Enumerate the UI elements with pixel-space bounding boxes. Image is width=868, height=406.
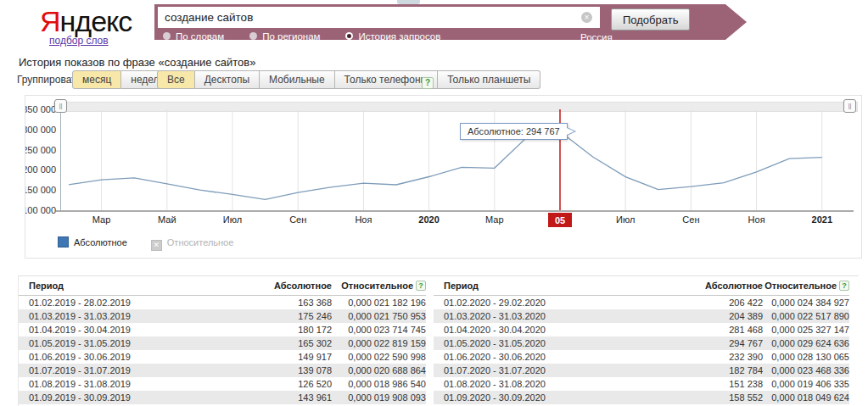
absolute-cell: 206 422 [654,296,763,310]
legend-label: Относительное [167,237,234,247]
relative-cell: 0,000 022 819 159 [332,336,426,350]
device-filter-button[interactable]: Все [157,70,195,89]
stats-table-2019: Период Абсолютное Относительное? 01.02.2… [19,276,426,404]
table-row: 01.05.2019 - 31.05.2019165 3020,000 022 … [19,336,426,350]
table-row: 01.09.2019 - 30.09.2019143 9610,000 019 … [19,391,426,404]
absolute-cell: 151 238 [654,377,763,391]
clear-icon[interactable]: × [581,12,592,23]
relative-cell: 0,000 024 384 927 [763,296,849,310]
relative-cell: 0,000 022 517 890 [763,309,849,323]
period-cell: 01.02.2019 - 28.02.2019 [19,296,226,310]
chart-legend: Абсолютное✕Относительное [58,236,257,249]
x-tick-label: Июл [223,214,242,225]
radio-icon[interactable] [163,32,171,40]
relative-cell: 0,000 023 714 745 [332,323,426,336]
group-by-button[interactable]: месяц [72,70,121,89]
search-submit-button[interactable]: Подобрать [611,8,690,31]
y-tick-label: 300 000 [25,125,56,135]
device-filter-button[interactable]: Десктопы [195,70,260,89]
table-row: 01.03.2020 - 31.03.2020204 3890,000 022 … [434,309,849,323]
device-filter-button[interactable]: Только планшеты [438,70,540,89]
period-column-header: Период [434,276,654,296]
x-tick-label: Июл [616,214,635,225]
absolute-cell: 180 172 [226,323,332,336]
table-row: 01.08.2020 - 31.08.2020151 2380,000 019 … [434,377,849,391]
legend-item-absolute[interactable]: Абсолютное [58,237,127,247]
search-mode-option[interactable]: История запросов [345,31,440,42]
absolute-series-line [69,131,822,199]
device-filter-button[interactable]: Мобильные [260,70,335,89]
relative-cell: 0,000 025 327 147 [763,323,849,336]
period-cell: 01.05.2020 - 31.05.2020 [434,336,654,350]
x-tick-label: Ноя [355,214,372,225]
help-icon[interactable]: ? [422,77,434,89]
range-slider-right-handle[interactable]: || [843,99,856,113]
period-cell: 01.03.2019 - 31.03.2019 [19,309,226,323]
period-cell: 01.07.2020 - 31.07.2020 [434,364,654,377]
search-input[interactable] [158,7,600,28]
legend-disabled-icon: ✕ [151,240,162,251]
wordstat-service-link[interactable]: подбор слов [49,35,109,47]
absolute-cell: 126 520 [226,377,332,391]
table-row: 01.05.2020 - 31.05.2020294 7670,000 029 … [434,336,849,350]
absolute-cell: 204 389 [654,309,763,323]
search-mode-group: По словамПо регионамИстория запросов [163,31,466,42]
x-tick-label: Ноя [748,214,765,225]
stats-tables: Период Абсолютное Относительное? 01.02.2… [18,275,859,406]
relative-help-icon[interactable]: ? [416,281,426,291]
device-toggle-group: ВсеДесктопыМобильныеТолько телефоныТольк… [157,70,540,89]
period-column-header: Период [19,276,226,296]
search-mode-option[interactable]: По регионам [249,31,320,42]
relative-cell: 0,000 029 624 636 [763,336,849,350]
absolute-column-header: Абсолютное [226,276,332,296]
relative-cell: 0,000 020 688 864 [332,364,426,377]
relative-cell: 0,000 023 468 336 [763,364,849,377]
table-row: 01.07.2019 - 31.07.2019139 0780,000 020 … [19,364,426,377]
absolute-cell: 182 784 [654,364,763,377]
period-cell: 01.06.2020 - 30.06.2020 [434,350,654,364]
logo-rest: ндекс [60,5,132,37]
region-link[interactable]: Россия [580,32,613,42]
yandex-logo[interactable]: Яндекс [40,5,132,38]
radio-icon[interactable] [345,32,353,40]
legend-color-swatch [58,236,69,247]
table-row: 01.03.2019 - 31.03.2019175 2460,000 021 … [19,309,426,323]
absolute-cell: 281 468 [654,323,763,336]
search-mode-label: По регионам [262,31,320,42]
table-row: 01.06.2019 - 30.06.2019149 9170,000 022 … [19,350,426,364]
selected-month-badge-label: 05 [555,215,565,225]
period-cell: 01.02.2020 - 29.02.2020 [434,296,654,310]
absolute-cell: 175 246 [226,309,332,323]
legend-label: Абсолютное [74,237,127,247]
table-row: 01.02.2020 - 29.02.2020206 4220,000 024 … [434,296,849,310]
y-tick-label: 200 000 [25,164,56,175]
chart-tooltip: Абсолютное: 294 767 [460,123,568,140]
y-tick-label: 350 000 [25,104,56,114]
period-cell: 01.04.2020 - 30.04.2020 [434,323,654,336]
table-row: 01.08.2019 - 31.08.2019126 5200,000 018 … [19,377,426,391]
absolute-cell: 139 078 [226,364,332,377]
y-tick-label: 100 000 [25,205,56,215]
absolute-cell: 163 368 [226,296,332,310]
relative-cell: 0,000 022 590 998 [332,350,426,364]
stats-table-2020: Период Абсолютное Относительное? 01.02.2… [434,276,849,404]
period-cell: 01.05.2019 - 31.05.2019 [19,336,226,350]
period-cell: 01.08.2020 - 31.08.2020 [434,377,654,391]
x-tick-label: Мар [485,214,504,225]
period-cell: 01.03.2020 - 31.03.2020 [434,309,654,323]
table-row: 01.04.2019 - 30.04.2019180 1720,000 023 … [19,323,426,336]
relative-cell: 0,000 021 182 196 [332,296,426,310]
range-slider-left-handle[interactable]: || [54,99,67,113]
period-cell: 01.09.2020 - 30.09.2020 [434,391,654,404]
absolute-column-header: Абсолютное [654,276,763,296]
search-bar: × По словамПо регионамИстория запросов Р… [154,4,725,40]
table-row: 01.07.2020 - 31.07.2020182 7840,000 023 … [434,364,849,377]
search-mode-option[interactable]: По словам [163,31,224,42]
relative-help-icon[interactable]: ? [839,281,849,291]
table-row: 01.06.2020 - 30.06.2020232 3900,000 028 … [434,350,849,364]
radio-icon[interactable] [249,32,257,40]
x-tick-label: Мар [92,214,111,225]
table-row: 01.04.2020 - 30.04.2020281 4680,000 025 … [434,323,849,336]
wordstat-page: Яндекс подбор слов × По словамПо региона… [0,0,868,406]
absolute-cell: 294 767 [654,336,763,350]
